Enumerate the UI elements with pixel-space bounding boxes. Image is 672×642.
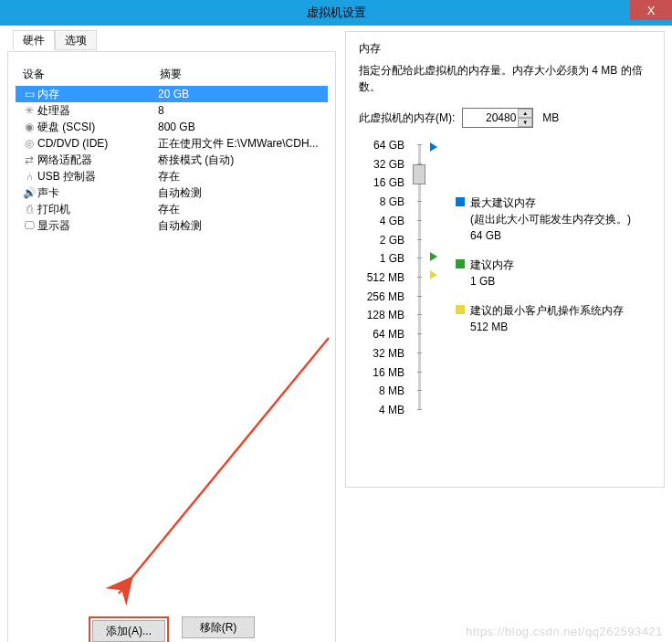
display-icon: 🖵 bbox=[21, 219, 37, 232]
tab-hardware[interactable]: 硬件 bbox=[13, 30, 55, 50]
memory-spinner[interactable]: ▲▼ bbox=[518, 109, 532, 127]
tick-label: 32 MB bbox=[373, 347, 404, 360]
tab-strip: 硬件 选项 bbox=[13, 30, 341, 50]
memory-description: 指定分配给此虚拟机的内存量。内存大小必须为 4 MB 的倍数。 bbox=[359, 62, 651, 95]
device-summary: 8 bbox=[158, 104, 328, 117]
close-button[interactable]: X bbox=[630, 0, 672, 20]
device-name: 硬盘 (SCSI) bbox=[37, 120, 158, 135]
printer-icon: ⎙ bbox=[21, 203, 37, 216]
memory-unit: MB bbox=[542, 111, 559, 124]
device-list: 设备 摘要 ▭内存20 GB✳处理器8◉硬盘 (SCSI)800 GB◎CD/D… bbox=[16, 65, 328, 234]
legend-min: 建议的最小客户机操作系统内存 512 MB bbox=[456, 302, 638, 335]
memory-icon: ▭ bbox=[21, 88, 37, 100]
memory-input-label: 此虚拟机的内存(M): bbox=[359, 111, 455, 126]
device-summary: 正在使用文件 E:\VMWare\CDH... bbox=[158, 136, 328, 152]
device-name: 声卡 bbox=[37, 185, 158, 201]
watermark: https://blog.csdn.net/qq262593421 bbox=[466, 625, 663, 638]
tick-label: 1 GB bbox=[380, 252, 404, 265]
device-row-net[interactable]: ⇄网络适配器桥接模式 (自动) bbox=[16, 152, 328, 168]
header-device: 设备 bbox=[23, 67, 160, 82]
tick-label: 8 MB bbox=[379, 384, 404, 397]
device-summary: 存在 bbox=[158, 202, 328, 217]
sound-icon: 🔊 bbox=[21, 186, 37, 199]
device-name: 网络适配器 bbox=[37, 153, 158, 168]
marker-min-icon bbox=[430, 270, 437, 279]
device-name: 内存 bbox=[37, 87, 158, 102]
device-row-usb[interactable]: ⑃USB 控制器存在 bbox=[16, 168, 328, 184]
memory-section-title: 内存 bbox=[359, 41, 651, 57]
remove-button[interactable]: 移除(R) bbox=[182, 616, 255, 638]
device-summary: 存在 bbox=[158, 169, 328, 184]
legend-min-label: 建议的最小客户机操作系统内存 bbox=[470, 302, 624, 319]
device-name: 显示器 bbox=[37, 218, 158, 234]
device-summary: 自动检测 bbox=[158, 218, 328, 234]
legend-rec-swatch bbox=[456, 259, 465, 268]
device-row-memory[interactable]: ▭内存20 GB bbox=[16, 86, 328, 102]
device-list-header: 设备 摘要 bbox=[16, 65, 328, 86]
tick-label: 16 MB bbox=[373, 366, 404, 379]
titlebar: 虚拟机设置 X bbox=[0, 0, 672, 26]
tick-label: 256 MB bbox=[367, 290, 404, 303]
net-icon: ⇄ bbox=[21, 153, 37, 166]
add-button[interactable]: 添加(A)... bbox=[92, 620, 165, 642]
memory-legend: 最大建议内存 (超出此大小可能发生内存交换。) 64 GB 建议内存 1 GB … bbox=[456, 195, 638, 348]
window-title: 虚拟机设置 bbox=[307, 5, 366, 21]
cd-icon: ◎ bbox=[21, 137, 37, 150]
device-row-sound[interactable]: 🔊声卡自动检测 bbox=[16, 184, 328, 201]
tick-label: 64 MB bbox=[373, 328, 404, 341]
legend-max-label: 最大建议内存 bbox=[470, 195, 631, 211]
device-summary: 桥接模式 (自动) bbox=[158, 153, 328, 168]
device-name: 打印机 bbox=[37, 202, 158, 217]
tick-label: 16 GB bbox=[373, 176, 404, 189]
legend-rec-label: 建议内存 bbox=[470, 257, 514, 273]
legend-max-value: 64 GB bbox=[470, 227, 631, 244]
legend-rec-value: 1 GB bbox=[470, 273, 514, 289]
device-row-printer[interactable]: ⎙打印机存在 bbox=[16, 201, 328, 217]
legend-max-note: (超出此大小可能发生内存交换。) bbox=[470, 211, 631, 227]
tick-label: 512 MB bbox=[367, 271, 404, 284]
tab-options[interactable]: 选项 bbox=[55, 30, 97, 50]
tick-label: 4 MB bbox=[379, 404, 404, 416]
marker-max-icon bbox=[430, 142, 437, 152]
tick-label: 4 GB bbox=[380, 215, 404, 227]
header-summary: 摘要 bbox=[160, 67, 328, 82]
device-name: CD/DVD (IDE) bbox=[37, 137, 158, 150]
slider-tick-labels: 64 GB32 GB16 GB8 GB4 GB2 GB1 GB512 MB256… bbox=[359, 144, 410, 418]
device-row-cd[interactable]: ◎CD/DVD (IDE)正在使用文件 E:\VMWare\CDH... bbox=[16, 135, 328, 152]
slider-thumb[interactable] bbox=[413, 164, 425, 184]
device-summary: 800 GB bbox=[158, 121, 328, 133]
button-row: 添加(A)... 移除(R) bbox=[8, 616, 335, 642]
legend-min-value: 512 MB bbox=[470, 319, 624, 335]
hardware-panel: 设备 摘要 ▭内存20 GB✳处理器8◉硬盘 (SCSI)800 GB◎CD/D… bbox=[7, 51, 336, 642]
content-area: 硬件 选项 设备 摘要 ▭内存20 GB✳处理器8◉硬盘 (SCSI)800 G… bbox=[0, 26, 672, 642]
usb-icon: ⑃ bbox=[21, 170, 37, 183]
marker-recommended-icon bbox=[430, 252, 437, 261]
tick-label: 32 GB bbox=[373, 158, 404, 171]
memory-slider[interactable] bbox=[410, 144, 428, 418]
legend-max: 最大建议内存 (超出此大小可能发生内存交换。) 64 GB bbox=[456, 195, 638, 244]
device-row-display[interactable]: 🖵显示器自动检测 bbox=[16, 217, 328, 234]
tick-label: 64 GB bbox=[373, 139, 404, 152]
device-name: USB 控制器 bbox=[37, 169, 158, 184]
tick-label: 8 GB bbox=[380, 195, 404, 208]
device-row-cpu[interactable]: ✳处理器8 bbox=[16, 102, 328, 119]
tick-label: 2 GB bbox=[380, 234, 404, 247]
device-name: 处理器 bbox=[37, 103, 158, 119]
legend-rec: 建议内存 1 GB bbox=[456, 257, 638, 289]
disk-icon: ◉ bbox=[21, 121, 37, 133]
device-row-disk[interactable]: ◉硬盘 (SCSI)800 GB bbox=[16, 119, 328, 135]
legend-min-swatch bbox=[456, 305, 465, 314]
legend-max-swatch bbox=[456, 197, 465, 206]
cpu-icon: ✳ bbox=[21, 104, 37, 117]
add-button-highlight: 添加(A)... bbox=[89, 616, 169, 642]
memory-panel: 内存 指定分配给此虚拟机的内存量。内存大小必须为 4 MB 的倍数。 此虚拟机的… bbox=[345, 31, 665, 488]
memory-input-row: 此虚拟机的内存(M): ▲▼ MB bbox=[359, 108, 651, 128]
tick-label: 128 MB bbox=[367, 309, 404, 321]
device-summary: 20 GB bbox=[158, 88, 328, 100]
device-summary: 自动检测 bbox=[158, 185, 328, 201]
